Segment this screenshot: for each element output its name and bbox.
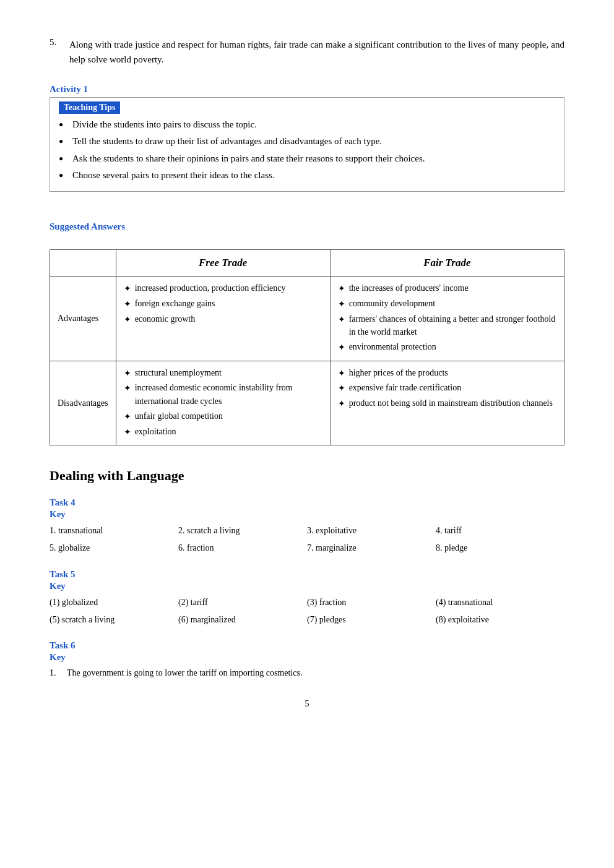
diamond-icon: ✦ — [338, 341, 349, 355]
task6-section: Task 6 Key 1.The government is going to … — [50, 640, 564, 680]
row-col1: ✦structural unemployment✦increased domes… — [116, 361, 330, 445]
cell-list-item: ✦economic growth — [124, 312, 322, 327]
cell-list-item: ✦expensive fair trade certification — [338, 381, 556, 395]
item-text: The government is going to lower the tar… — [67, 666, 302, 680]
cell-text: structural unemployment — [135, 366, 222, 380]
task6-key: Key — [50, 652, 564, 663]
task5-key: Key — [50, 581, 564, 591]
cell-text: increased domestic economic instability … — [135, 381, 322, 408]
activity-section: Activity 1 Teaching Tips Divide the stud… — [50, 84, 564, 192]
task5-section: Task 5 Key (1) globalized(2) tariff(3) f… — [50, 569, 564, 627]
diamond-icon: ✦ — [338, 382, 349, 395]
table-row: Advantages✦increased production, product… — [50, 277, 564, 361]
cell-text: environmental protection — [349, 340, 436, 354]
answer-item: 2. scratch a living — [178, 523, 307, 538]
row-label: Advantages — [50, 277, 116, 361]
trade-table: Free Trade Fair Trade Advantages✦increas… — [50, 249, 564, 445]
diamond-icon: ✦ — [124, 410, 135, 424]
cell-list-item: ✦structural unemployment — [124, 366, 322, 380]
answer-item: (5) scratch a living — [50, 612, 178, 627]
answer-item: 4. tariff — [436, 523, 564, 538]
cell-text: community development — [349, 297, 436, 311]
activity-label: Activity 1 — [50, 84, 564, 95]
table-row: Disadvantages✦structural unemployment✦in… — [50, 361, 564, 445]
diamond-icon: ✦ — [338, 367, 349, 380]
task4-label: Task 4 — [50, 497, 564, 508]
cell-text: economic growth — [135, 312, 196, 326]
task6-item: 1.The government is going to lower the t… — [50, 666, 564, 680]
answer-item: (4) transnational — [436, 595, 564, 610]
cell-text: unfair global competition — [135, 410, 223, 423]
answer-item: (2) tariff — [178, 595, 307, 610]
cell-list-item: ✦unfair global competition — [124, 410, 322, 424]
answer-item: 7. marginalize — [307, 541, 436, 556]
answer-item: (8) exploitative — [436, 612, 564, 627]
row-col1: ✦increased production, production effici… — [116, 277, 330, 361]
suggested-section: Suggested Answers Free Trade Fair Trade … — [50, 221, 564, 445]
diamond-icon: ✦ — [124, 367, 135, 380]
cell-list-item: ✦the increases of producers' income — [338, 281, 556, 296]
table-header-empty — [50, 250, 116, 277]
task4-answers: 1. transnational2. scratch a living3. ex… — [50, 523, 564, 556]
task6-label: Task 6 — [50, 640, 564, 651]
answer-item: (1) globalized — [50, 595, 178, 610]
answer-item: 1. transnational — [50, 523, 178, 538]
task5-label: Task 5 — [50, 569, 564, 580]
cell-text: farmers' chances of obtaining a better a… — [349, 312, 556, 339]
cell-text: the increases of producers' income — [349, 281, 469, 295]
tips-list-item: Tell the students to draw up their list … — [59, 134, 555, 148]
row-col2: ✦the increases of producers' income✦comm… — [330, 277, 564, 361]
table-header-fair-trade: Fair Trade — [330, 250, 564, 277]
diamond-icon: ✦ — [124, 313, 135, 327]
tips-list-item: Ask the students to share their opinions… — [59, 152, 555, 166]
diamond-icon: ✦ — [124, 426, 135, 439]
dealing-section: Dealing with Language Task 4 Key 1. tran… — [50, 468, 564, 681]
diamond-icon: ✦ — [124, 382, 135, 395]
cell-list-item: ✦increased domestic economic instability… — [124, 381, 322, 408]
row-label: Disadvantages — [50, 361, 116, 445]
answer-item: 8. pledge — [436, 541, 564, 556]
dealing-title: Dealing with Language — [50, 468, 564, 484]
task5-answers: (1) globalized(2) tariff(3) fraction(4) … — [50, 595, 564, 627]
cell-list-item: ✦increased production, production effici… — [124, 281, 322, 296]
answer-item: (3) fraction — [307, 595, 436, 610]
tips-header: Teaching Tips — [59, 101, 120, 114]
task6-items: 1.The government is going to lower the t… — [50, 666, 564, 680]
cell-text: higher prices of the products — [349, 366, 448, 380]
cell-list-item: ✦community development — [338, 297, 556, 311]
diamond-icon: ✦ — [124, 282, 135, 296]
cell-list-item: ✦environmental protection — [338, 340, 556, 355]
tips-list-item: Choose several pairs to present their id… — [59, 168, 555, 183]
task4-section: Task 4 Key 1. transnational2. scratch a … — [50, 497, 564, 556]
tips-list-item: Divide the students into pairs to discus… — [59, 118, 555, 132]
answer-item: 3. exploitative — [307, 523, 436, 538]
cell-list-item: ✦product not being sold in mainstream di… — [338, 397, 556, 411]
item-number: 1. — [50, 666, 67, 680]
cell-list-item: ✦farmers' chances of obtaining a better … — [338, 312, 556, 339]
cell-list-item: ✦exploitation — [124, 425, 322, 439]
cell-list-item: ✦foreign exchange gains — [124, 297, 322, 311]
point-5: 5. Along with trade justice and respect … — [50, 37, 564, 67]
cell-text: foreign exchange gains — [135, 297, 215, 311]
cell-text: product not being sold in mainstream dis… — [349, 397, 553, 410]
cell-text: expensive fair trade certification — [349, 381, 462, 395]
tips-box: Teaching Tips Divide the students into p… — [50, 97, 564, 192]
answer-item: (6) marginalized — [178, 612, 307, 627]
diamond-icon: ✦ — [338, 298, 349, 311]
cell-list-item: ✦higher prices of the products — [338, 366, 556, 380]
diamond-icon: ✦ — [338, 282, 349, 296]
page-number: 5 — [50, 699, 564, 709]
row-col2: ✦higher prices of the products✦expensive… — [330, 361, 564, 445]
point-5-number: 5. — [50, 37, 69, 67]
point-5-text: Along with trade justice and respect for… — [69, 37, 564, 67]
diamond-icon: ✦ — [338, 397, 349, 411]
table-header-free-trade: Free Trade — [116, 250, 330, 277]
diamond-icon: ✦ — [338, 313, 349, 327]
tips-list: Divide the students into pairs to discus… — [59, 118, 555, 183]
answer-item: (7) pledges — [307, 612, 436, 627]
cell-text: exploitation — [135, 425, 176, 439]
task4-key: Key — [50, 509, 564, 520]
answer-item: 5. globalize — [50, 541, 178, 556]
answer-item: 6. fraction — [178, 541, 307, 556]
suggested-label: Suggested Answers — [50, 221, 564, 232]
